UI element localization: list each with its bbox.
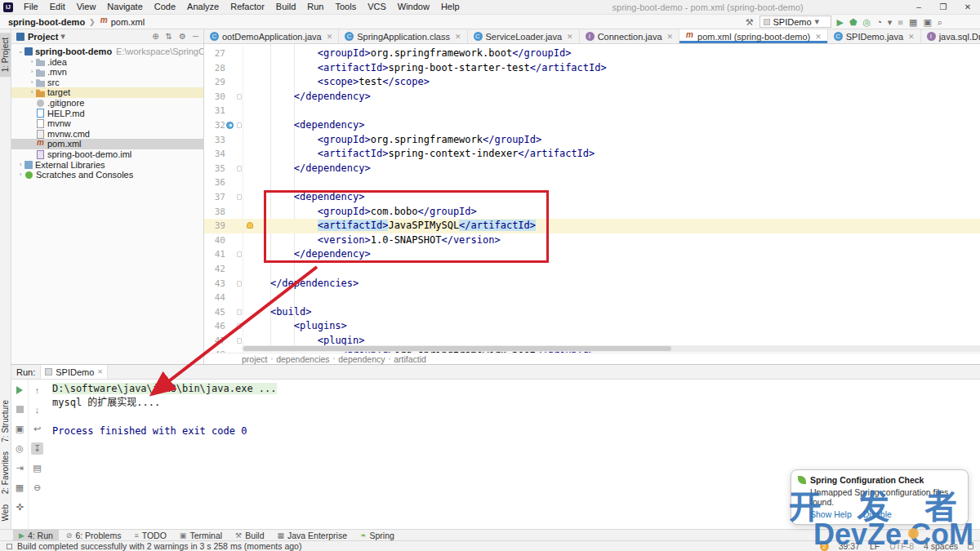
chevron-down-icon[interactable]: ▾ — [60, 31, 65, 42]
tree-item-mvnw[interactable]: mvnw — [11, 118, 203, 129]
close-icon[interactable]: ✕ — [97, 368, 103, 375]
close-icon[interactable]: ✕ — [908, 33, 915, 41]
clear-button[interactable]: ⊖ — [31, 482, 43, 494]
xml-breadcrumb-dependency[interactable]: dependency — [338, 354, 385, 364]
project-panel-title[interactable]: Project — [28, 32, 58, 42]
debug-button[interactable]: ⬟ — [849, 16, 858, 28]
menu-run[interactable]: Run — [301, 0, 329, 14]
file-encoding[interactable]: UTF-8 — [889, 541, 914, 551]
notification-link-disable[interactable]: Disable — [863, 509, 892, 519]
tree-item--idea[interactable]: ›.idea — [11, 57, 203, 68]
intention-bulb-icon[interactable] — [247, 222, 253, 229]
maximize-button[interactable]: ❐ — [931, 0, 956, 14]
menu-build[interactable]: Build — [270, 0, 301, 14]
coverage-button[interactable]: ◎ — [14, 442, 26, 455]
close-icon[interactable]: ✕ — [815, 33, 822, 41]
code-line-28[interactable]: 28 <artifactId>spring-boot-starter-test<… — [204, 61, 980, 76]
code-line-40[interactable]: 40 <version>1.0-SNAPSHOT</version> — [204, 233, 980, 248]
tree-item-help-md[interactable]: HELP.md — [11, 109, 203, 119]
code-line-43[interactable]: 43 </dependencies> — [204, 277, 980, 291]
tree-chevron[interactable]: › — [16, 170, 24, 180]
menu-code[interactable]: Code — [149, 0, 181, 14]
close-icon[interactable]: ✕ — [567, 33, 573, 41]
restore-layout-button[interactable]: ▣ — [923, 16, 931, 28]
code-line-29[interactable]: 29 <scope>test</scope> — [204, 75, 980, 90]
background-tasks-icon[interactable] — [7, 544, 12, 549]
code-line-42[interactable]: 42 — [204, 262, 980, 277]
tree-item-scratches-and-consoles[interactable]: ›Scratches and Consoles — [11, 170, 203, 180]
down-stacktrace-button[interactable]: ↓ — [31, 403, 43, 415]
code-line-38[interactable]: 38 <groupId>com.bobo</groupId> — [204, 205, 980, 220]
fold-marker[interactable] — [237, 122, 242, 128]
toolwindow-spring[interactable]: ❧Spring — [354, 530, 400, 540]
event-badge[interactable]: 2 — [820, 542, 829, 551]
breadcrumb-item[interactable]: pom.xml — [100, 17, 145, 27]
notification-link-show-help[interactable]: Show Help — [810, 509, 852, 519]
tree-item-pom-xml[interactable]: pom.xml — [11, 139, 203, 149]
code-line-34[interactable]: 34 <artifactId>spring-context-indexer</a… — [204, 147, 980, 162]
close-icon[interactable]: ✕ — [327, 33, 333, 41]
run-button[interactable]: ▶ — [837, 16, 844, 28]
menu-file[interactable]: File — [18, 0, 44, 14]
menu-help[interactable]: Help — [435, 0, 466, 14]
code-line-39[interactable]: 39 <artifactId>JavaSPIMySQL</artifactId> — [204, 219, 980, 233]
locate-icon[interactable]: ⊕ — [152, 32, 158, 41]
menu-analyze[interactable]: Analyze — [181, 0, 225, 14]
pin-button[interactable]: ✜ — [14, 501, 26, 513]
tree-item-spring-boot-demo[interactable]: ⌄spring-boot-demoE:\workspace\SpringClou… — [11, 47, 203, 57]
tree-chevron[interactable]: › — [28, 57, 36, 68]
xml-breadcrumb-project[interactable]: project — [242, 354, 268, 364]
tree-chevron[interactable]: › — [16, 160, 24, 171]
maven-dependency-icon[interactable] — [226, 122, 234, 129]
code-line-37[interactable]: 37 <dependency> — [204, 190, 980, 205]
code-line-33[interactable]: 33 <groupId>org.springframework</groupId… — [204, 133, 980, 148]
code-line-30[interactable]: 30 </dependency> — [204, 90, 980, 104]
tree-chevron[interactable]: › — [28, 67, 36, 78]
minimize-button[interactable]: – — [906, 0, 931, 14]
dump-threads-button[interactable]: ▣ — [14, 423, 26, 435]
tree-chevron[interactable]: ⌄ — [16, 47, 24, 57]
close-icon[interactable]: ✕ — [455, 33, 461, 41]
tree-chevron[interactable]: › — [28, 87, 36, 98]
status-message[interactable]: Build completed successfully with 2 warn… — [17, 541, 301, 551]
stop-button[interactable] — [14, 403, 26, 415]
settings-gear-icon[interactable]: ⚙ — [179, 32, 186, 41]
up-stacktrace-button[interactable]: ↑ — [31, 384, 43, 396]
menu-navigate[interactable]: Navigate — [101, 0, 148, 14]
toolwindow-java-enterprise[interactable]: ▦Java Enterprise — [272, 530, 353, 540]
code-line-44[interactable]: 44 — [204, 291, 980, 305]
fold-marker[interactable] — [237, 309, 242, 315]
tab-java-sql-driver[interactable]: java.sql.Driver✕ — [921, 29, 980, 43]
stop-button[interactable]: ■ — [898, 16, 903, 28]
tab-connection-java[interactable]: Connection.java✕ — [580, 29, 679, 43]
xml-breadcrumb-dependencies[interactable]: dependencies — [276, 354, 329, 364]
print-button[interactable]: ▤ — [31, 462, 43, 474]
tab-pom-xml-spring-boot-demo-[interactable]: pom.xml (spring-boot-demo)✕ — [679, 29, 828, 43]
fold-marker[interactable] — [237, 323, 242, 329]
tree-item-external-libraries[interactable]: ›External Libraries — [11, 160, 203, 171]
tree-item-src[interactable]: ›src — [11, 78, 203, 88]
coverage-button[interactable]: ◎ — [863, 16, 871, 28]
tool-strip-tab-7-structure[interactable]: 7: Structure — [0, 395, 11, 447]
build-hammer-icon[interactable]: ⚒ — [746, 16, 754, 28]
toolwindow-6-problems[interactable]: ⊘6: Problems — [60, 530, 127, 540]
tree-item-target[interactable]: ›target — [11, 87, 203, 98]
hide-panel-icon[interactable]: ─ — [193, 32, 198, 41]
profiler-dropdown[interactable]: ▾ — [888, 16, 893, 28]
fold-marker[interactable] — [237, 281, 242, 287]
rerun-button[interactable] — [14, 384, 26, 396]
fold-marker[interactable] — [237, 338, 242, 344]
tab-ootdemoapplication-java[interactable]: ootDemoApplication.java✕ — [204, 29, 339, 43]
code-line-36[interactable]: 36 — [204, 176, 980, 190]
menu-edit[interactable]: Edit — [44, 0, 71, 14]
tool-windows-button[interactable]: ▦ — [909, 16, 917, 28]
breadcrumb-item[interactable]: spring-boot-demo — [8, 17, 85, 27]
code-line-45[interactable]: 45 <build> — [204, 305, 980, 320]
code-line-41[interactable]: 41 </dependency> — [204, 247, 980, 262]
tab-spidemo-java[interactable]: SPIDemo.java✕ — [828, 29, 921, 43]
code-line-27[interactable]: 27 <groupId>org.springframework.boot</gr… — [204, 47, 980, 61]
code-line-32[interactable]: 32 <dependency> — [204, 118, 980, 133]
tab-serviceloader-java[interactable]: ServiceLoader.java✕ — [468, 29, 580, 43]
fold-marker[interactable] — [237, 94, 242, 100]
toolwindow-build[interactable]: ⚒Build — [229, 530, 270, 540]
